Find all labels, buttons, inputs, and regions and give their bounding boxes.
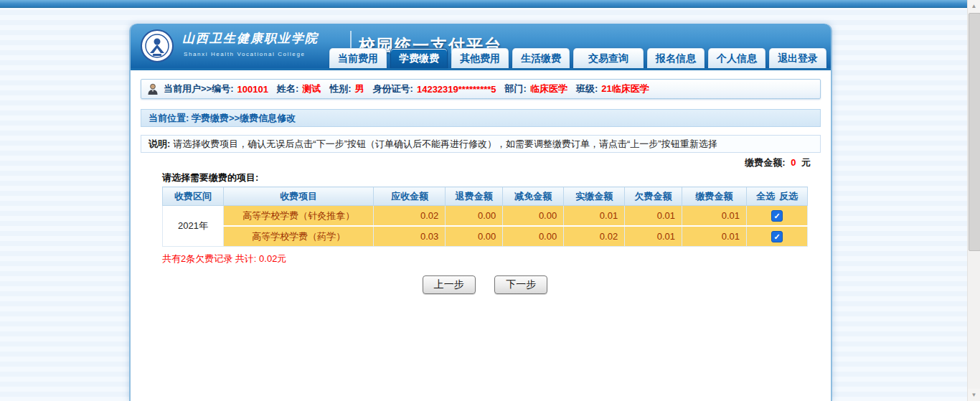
- instruction-label: 说明:: [149, 138, 170, 149]
- fee-pay: 0.01: [682, 206, 747, 227]
- row-checkbox[interactable]: [771, 231, 783, 242]
- fee-due: 0.03: [374, 226, 446, 247]
- col-period: 收费区间: [163, 187, 224, 206]
- row-checkbox[interactable]: [771, 210, 783, 222]
- college-name-en: Shanxi Health Vocational College: [184, 51, 306, 57]
- user-id-value: 100101: [237, 84, 268, 95]
- col-paid: 实缴金额: [564, 187, 625, 206]
- tab-personal-info[interactable]: 个人信息: [708, 48, 765, 68]
- fee-owed: 0.01: [625, 206, 682, 227]
- user-class-label: 班级:: [576, 82, 598, 95]
- vertical-scrollbar[interactable]: ▲ ▼: [967, 0, 980, 401]
- select-all-link[interactable]: 全选: [756, 191, 775, 202]
- tab-current-fees[interactable]: 当前费用: [329, 48, 387, 68]
- tab-other-fees[interactable]: 其他费用: [451, 48, 509, 68]
- payment-amount-value: 0: [791, 157, 796, 168]
- col-pay: 缴费金额: [682, 187, 747, 206]
- scrollbar-down-icon[interactable]: ▼: [968, 389, 980, 401]
- user-prefix: 当前用户>>: [164, 82, 212, 95]
- instruction-bar: 说明:请选择收费项目，确认无误后点击“下一步”按钮（订单确认后不能再进行修改），…: [141, 135, 821, 153]
- breadcrumb-label: 当前位置:: [149, 113, 189, 123]
- main-nav: 当前费用 学费缴费 其他费用 生活缴费 交易查询 报名信息 个人信息 退出登录: [329, 48, 826, 68]
- instruction-text: 请选择收费项目，确认无误后点击“下一步”按钮（订单确认后不能再进行修改），如需要…: [173, 138, 717, 149]
- college-logo-icon: [141, 29, 174, 62]
- tab-transaction-query[interactable]: 交易查询: [573, 48, 644, 68]
- scrollbar-up-icon[interactable]: ▲: [968, 0, 980, 12]
- header-band: 山西卫生健康职业学院 Shanxi Health Vocational Coll…: [131, 24, 831, 70]
- user-idcard-label: 身份证号:: [373, 82, 413, 95]
- tab-tuition-payment[interactable]: 学费缴费: [390, 48, 448, 68]
- user-class-value: 21临床医学: [601, 82, 649, 95]
- user-dept-label: 部门:: [505, 82, 527, 95]
- payment-amount-label: 缴费金额:: [745, 157, 785, 168]
- tab-logout[interactable]: 退出登录: [769, 48, 826, 68]
- scrollbar-thumb[interactable]: [969, 13, 980, 251]
- action-buttons: 上一步 下一步: [162, 275, 808, 294]
- fee-paid: 0.02: [564, 226, 625, 247]
- user-id-label: 编号:: [212, 82, 233, 95]
- college-name-cn: 山西卫生健康职业学院: [182, 30, 319, 47]
- col-owed: 欠费金额: [625, 187, 682, 206]
- tab-living-payment[interactable]: 生活缴费: [512, 48, 570, 68]
- col-refund: 退费金额: [446, 187, 503, 206]
- fee-due: 0.02: [374, 206, 446, 227]
- fee-table: 收费区间 收费项目 应收金额 退费金额 减免金额 实缴金额 欠费金额 缴费金额 …: [162, 187, 808, 247]
- fee-table-header-row: 收费区间 收费项目 应收金额 退费金额 减免金额 实缴金额 欠费金额 缴费金额 …: [163, 187, 808, 206]
- next-step-button[interactable]: 下一步: [494, 275, 547, 294]
- fee-period: 2021年: [163, 206, 224, 247]
- col-item: 收费项目: [223, 187, 374, 206]
- arrears-summary: 共有2条欠费记录 共计: 0.02元: [162, 253, 821, 265]
- user-idcard-value: 14232319*********5: [417, 84, 496, 95]
- fee-table-caption: 请选择需要缴费的项目:: [162, 171, 821, 184]
- fee-item-name: 高等学校学费（药学）: [223, 226, 374, 247]
- breadcrumb-path: 学费缴费>>缴费信息修改: [192, 113, 296, 123]
- page-content: 当前用户>> 编号: 100101 姓名: 测试 性别: 男 身份证号: 142…: [131, 70, 831, 294]
- previous-step-button[interactable]: 上一步: [423, 275, 476, 294]
- fee-owed: 0.01: [625, 226, 682, 247]
- fee-refund: 0.00: [446, 206, 503, 227]
- col-select: 全选反选: [746, 187, 807, 206]
- user-name-value: 测试: [302, 82, 321, 95]
- user-gender-value: 男: [355, 82, 364, 95]
- user-gender-label: 性别:: [329, 82, 351, 95]
- fee-refund: 0.00: [446, 226, 503, 247]
- fee-waiver: 0.00: [503, 206, 564, 227]
- fee-paid: 0.01: [564, 206, 625, 227]
- fee-row: 2021年 高等学校学费（针灸推拿） 0.02 0.00 0.00 0.01 0…: [163, 206, 808, 227]
- col-waiver: 减免金额: [503, 187, 564, 206]
- user-dept-value: 临床医学: [530, 82, 567, 95]
- tab-registration-info[interactable]: 报名信息: [647, 48, 705, 68]
- user-icon: [147, 83, 159, 95]
- fee-pay: 0.01: [682, 226, 747, 247]
- current-user-bar: 当前用户>> 编号: 100101 姓名: 测试 性别: 男 身份证号: 142…: [141, 79, 821, 99]
- breadcrumb: 当前位置: 学费缴费>>缴费信息修改: [141, 109, 821, 127]
- payment-amount-line: 缴费金额: 0 元: [141, 156, 811, 169]
- fee-item-name: 高等学校学费（针灸推拿）: [223, 206, 374, 227]
- invert-select-link[interactable]: 反选: [779, 191, 798, 202]
- fee-waiver: 0.00: [503, 226, 564, 247]
- col-due: 应收金额: [374, 187, 446, 206]
- payment-amount-unit: 元: [801, 157, 811, 168]
- main-panel: 山西卫生健康职业学院 Shanxi Health Vocational Coll…: [129, 24, 832, 401]
- fee-row: 高等学校学费（药学） 0.03 0.00 0.00 0.02 0.01 0.01: [163, 226, 808, 247]
- user-name-label: 姓名:: [277, 82, 298, 95]
- page-top-strip: [0, 0, 980, 8]
